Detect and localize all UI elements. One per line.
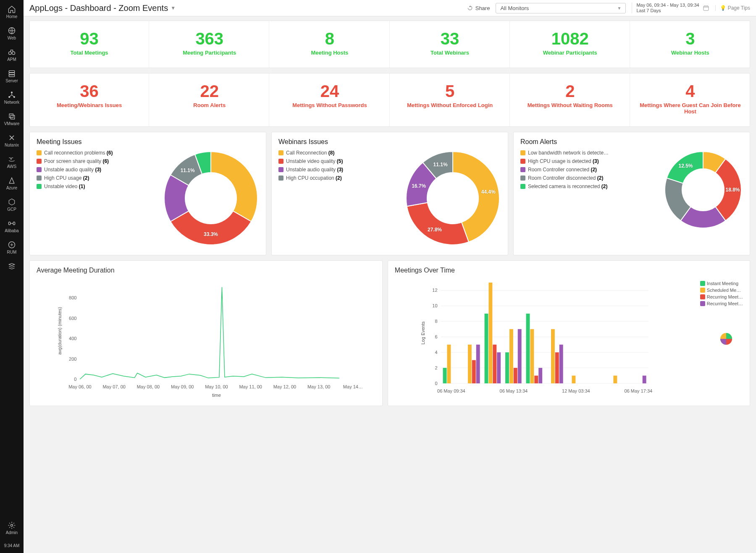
legend-swatch (278, 150, 284, 155)
page-tips-button[interactable]: 💡 Page Tips (715, 5, 750, 11)
legend-item[interactable]: Unstable audio quality (3) (37, 167, 155, 173)
donut-meeting[interactable]: 33.3%11.1% (163, 150, 259, 246)
legend-item[interactable]: Scheduled Me… (700, 288, 743, 293)
kpi-label: Mettings Without Waiting Rooms (515, 102, 625, 108)
sidebar-item-apm[interactable]: APM (0, 45, 24, 64)
kpi-card[interactable]: 93Total Meetings (30, 21, 149, 68)
line-chart[interactable]: 0200400600800May 06, 00May 07, 00May 08,… (37, 278, 375, 400)
sidebar-item-aws[interactable]: AWS (0, 152, 24, 171)
svg-rect-69 (613, 376, 617, 383)
sidebar-item-server[interactable]: Server (0, 67, 24, 86)
svg-rect-5 (9, 75, 14, 76)
alibaba-icon (8, 219, 16, 228)
stack-icon (8, 262, 16, 270)
legend-item[interactable]: Selected camera is reconnected (2) (520, 183, 656, 189)
sidebar-item-network[interactable]: Network (0, 88, 24, 107)
svg-text:May 09, 00: May 09, 00 (171, 384, 194, 389)
legend-item[interactable]: High CPU usage (2) (37, 175, 155, 181)
kpi-value: 93 (34, 30, 144, 47)
kpi-value: 22 (154, 83, 265, 100)
panel-title: Meeting Issues (37, 138, 259, 146)
sidebar-item-stack[interactable] (0, 259, 24, 273)
kpi-card[interactable]: 33Total Webinars (391, 21, 510, 68)
kpi-card[interactable]: 1082Webinar Participants (511, 21, 630, 68)
legend-item[interactable]: Low bandwidth network is detecte… (520, 150, 656, 156)
legend-item[interactable]: High CPU occupation (2) (278, 175, 397, 181)
sidebar-item-gcp[interactable]: GCP (0, 195, 24, 214)
kpi-card[interactable]: 8Meeting Hosts (270, 21, 389, 68)
topbar: AppLogs - Dashboard - Zoom Events ▼ Shar… (24, 0, 756, 16)
panel-meeting-issues: Meeting Issues Call reconnection problem… (29, 132, 266, 255)
kpi-label: Mettings Where Guest Can Join Before Hos… (635, 102, 746, 115)
sidebar-item-alibaba[interactable]: Alibaba (0, 217, 24, 236)
sidebar-item-azure[interactable]: Azure (0, 174, 24, 193)
sidebar-item-vmware[interactable]: VMware (0, 110, 24, 128)
legend-swatch (520, 167, 525, 172)
svg-rect-65 (551, 329, 555, 383)
legend-item[interactable]: High CPU usage is detected (3) (520, 158, 656, 164)
svg-rect-15 (704, 6, 709, 11)
legend-item[interactable]: Recurring Meet… (700, 301, 743, 306)
svg-point-1 (9, 52, 12, 55)
legend-item[interactable]: Poor screen share quality (6) (37, 158, 155, 164)
donut-webinar[interactable]: 44.4%27.8%16.7%11.1% (404, 150, 501, 246)
time-range-picker[interactable]: May 06, 09:34 - May 13, 09:34 Last 7 Day… (632, 3, 709, 13)
svg-text:0: 0 (435, 381, 437, 386)
svg-rect-61 (526, 314, 530, 383)
svg-rect-60 (518, 329, 522, 383)
kpi-value: 36 (34, 83, 144, 100)
breadcrumb[interactable]: AppLogs - Dashboard - Zoom Events ▼ (29, 3, 176, 13)
legend-item[interactable]: Unstable video (1) (37, 183, 155, 189)
monitor-dropdown[interactable]: All Monitors ▼ (496, 3, 626, 13)
sidebar-item-home[interactable]: Home (0, 3, 24, 21)
kpi-card[interactable]: 4Mettings Where Guest Can Join Before Ho… (631, 73, 750, 126)
svg-text:May 08, 00: May 08, 00 (137, 384, 160, 389)
svg-rect-9 (9, 114, 13, 118)
svg-rect-62 (530, 329, 534, 383)
svg-rect-67 (559, 345, 563, 383)
svg-text:time: time (212, 393, 221, 398)
legend-item[interactable]: Unstable audio quality (3) (278, 167, 397, 173)
legend-item[interactable]: Call Reconnection (8) (278, 150, 397, 156)
legend-item[interactable]: Instant Meeting (700, 281, 743, 286)
legend-swatch (520, 184, 525, 189)
donut-room[interactable]: 18.8%12.5% (663, 150, 743, 230)
legend-swatch (278, 167, 284, 172)
panel-title: Webinars Issues (278, 138, 501, 146)
legend-swatch (520, 176, 525, 181)
legend-item[interactable]: Room Controller disconnected (2) (520, 175, 656, 181)
sidebar-item-rum[interactable]: RUM (0, 238, 24, 257)
legend-item[interactable]: Recurring Meet… (700, 294, 743, 299)
sidebar-item-admin[interactable]: Admin (0, 519, 24, 537)
sidebar-clock: 9:34 AM (4, 540, 20, 553)
share-button[interactable]: Share (467, 5, 490, 11)
kpi-card[interactable]: 36Meeting/Webinars Issues (30, 73, 149, 126)
svg-rect-4 (9, 73, 14, 74)
svg-point-14 (11, 524, 13, 527)
kpi-value: 1082 (515, 30, 625, 47)
sidebar-item-nutanix[interactable]: Nutanix (0, 131, 24, 150)
copy-icon (8, 112, 16, 121)
kpi-label: Meeting/Webinars Issues (34, 102, 144, 108)
kpi-label: Mettings Without Passwords (274, 102, 385, 108)
svg-rect-70 (643, 376, 646, 383)
svg-rect-56 (497, 353, 501, 384)
kpi-card[interactable]: 363Meeting Participants (150, 21, 269, 68)
kpi-label: Meeting Participants (154, 50, 265, 56)
kpi-card[interactable]: 24Mettings Without Passwords (270, 73, 389, 126)
legend-item[interactable]: Room Controller connected (2) (520, 167, 656, 173)
bar-chart[interactable]: 024681012Log Events06 May 09:3406 May 13… (395, 278, 743, 400)
kpi-value: 8 (274, 30, 385, 47)
sidebar-item-web[interactable]: Web (0, 24, 24, 43)
legend-item[interactable]: Unstable video quality (5) (278, 158, 397, 164)
legend-swatch (278, 159, 284, 164)
legend-item[interactable]: Call reconnection problems (6) (37, 150, 155, 156)
legend-swatch (37, 150, 42, 155)
kpi-card[interactable]: 2Mettings Without Waiting Rooms (511, 73, 630, 126)
kpi-card[interactable]: 3Webinar Hosts (631, 21, 750, 68)
kpi-card[interactable]: 5Mettings Without Enforced Login (391, 73, 510, 126)
svg-text:06 May 17:34: 06 May 17:34 (624, 388, 652, 393)
home-icon (8, 5, 16, 13)
kpi-card[interactable]: 22Room Alerts (150, 73, 269, 126)
legend-swatch (278, 176, 284, 181)
